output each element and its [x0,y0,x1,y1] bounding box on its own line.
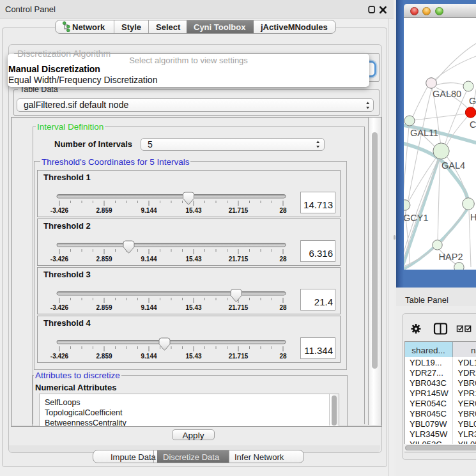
svg-text:GCY1: GCY1 [404,213,429,223]
svg-text:28: 28 [279,256,287,263]
svg-text:9.144: 9.144 [141,304,157,311]
svg-text:21.715: 21.715 [229,207,249,214]
svg-text:2.859: 2.859 [96,304,112,311]
svg-text:GAL11: GAL11 [410,128,438,138]
svg-text:2.859: 2.859 [96,353,112,360]
svg-text:28: 28 [279,353,287,360]
svg-text:21.715: 21.715 [229,256,249,263]
svg-text:C: C [470,119,476,130]
svg-text:21.715: 21.715 [229,353,249,360]
svg-text:21.715: 21.715 [229,304,249,311]
svg-text:-3.426: -3.426 [50,304,69,311]
svg-text:2.859: 2.859 [96,256,112,263]
svg-text:9.144: 9.144 [141,353,157,360]
svg-text:HAP2: HAP2 [439,252,463,262]
svg-text:GAL4: GAL4 [441,160,465,171]
svg-text:-3.426: -3.426 [50,207,69,214]
svg-text:H: H [470,212,476,222]
svg-text:9.144: 9.144 [141,207,157,214]
svg-text:15.43: 15.43 [185,353,201,360]
svg-text:15.43: 15.43 [185,256,201,263]
svg-text:GAL80: GAL80 [433,89,461,99]
svg-text:2.859: 2.859 [96,207,112,214]
svg-text:-3.426: -3.426 [50,256,69,263]
svg-text:15.43: 15.43 [185,207,201,214]
svg-text:28: 28 [279,207,287,214]
svg-text:28: 28 [279,304,287,311]
svg-text:GA: GA [469,96,476,106]
svg-text:9.144: 9.144 [141,256,157,263]
svg-text:-3.426: -3.426 [50,353,69,360]
svg-text:15.43: 15.43 [185,304,201,311]
